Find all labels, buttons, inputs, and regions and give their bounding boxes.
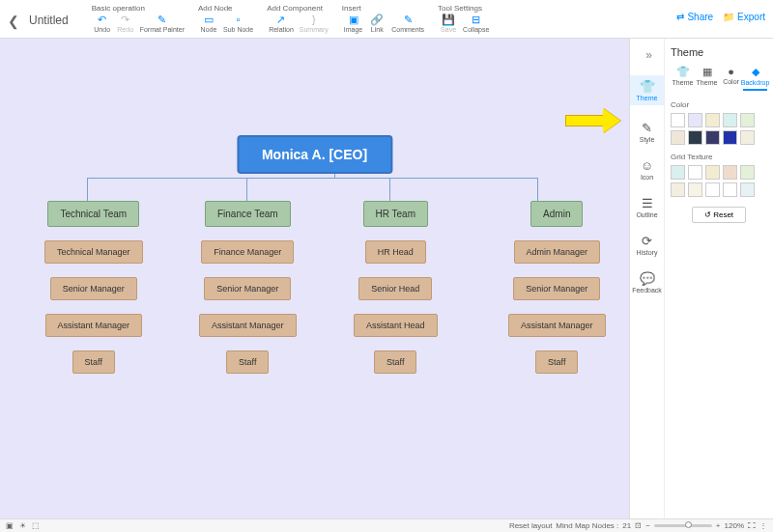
color-swatch[interactable] — [723, 113, 737, 127]
color-swatch[interactable] — [723, 130, 737, 145]
dept-node[interactable]: Admin — [530, 201, 583, 227]
role-node[interactable]: Assistant Manager — [199, 314, 297, 337]
grid-swatch[interactable] — [688, 165, 702, 180]
node-icon: ▭ — [202, 14, 215, 25]
role-node[interactable]: Assistant Manager — [508, 314, 606, 337]
relation-button[interactable]: ↗Relation — [267, 14, 296, 33]
dept-node[interactable]: Finance Team — [205, 201, 291, 227]
grid-swatch[interactable] — [723, 182, 737, 197]
undo-icon: ↶ — [96, 14, 109, 25]
reset-layout-button[interactable]: Reset layout — [509, 521, 552, 530]
zoom-slider[interactable] — [654, 524, 712, 527]
toolbar-group-label: Add Node — [198, 4, 255, 13]
panel-tab-theme[interactable]: 👕Theme — [671, 66, 695, 91]
image-icon: ▣ — [347, 14, 360, 25]
redo-icon: ↷ — [119, 14, 132, 25]
summary-button[interactable]: }Summary — [298, 14, 330, 33]
back-button[interactable]: ❮ — [8, 4, 25, 29]
feedback-icon: 💬 — [640, 271, 655, 286]
grid-swatch[interactable] — [671, 182, 685, 197]
role-node[interactable]: Senior Manager — [513, 277, 600, 300]
zoom-fit-icon[interactable]: ⊡ — [635, 521, 642, 530]
color-swatch[interactable] — [705, 130, 720, 145]
save-button[interactable]: 💾Save — [438, 14, 459, 33]
panel-tab-theme2[interactable]: ▦Theme — [695, 66, 719, 91]
grid-swatch[interactable] — [705, 182, 720, 197]
grid-swatch[interactable] — [740, 165, 755, 180]
toolbar-group-label: Add Component — [267, 4, 330, 13]
mindmap-canvas[interactable]: Monica A. [CEO] Technical TeamTechnical … — [0, 39, 629, 518]
export-button[interactable]: 📁Export — [723, 12, 765, 22]
format-painter-button[interactable]: ✎Format Painter — [138, 14, 186, 33]
node-button[interactable]: ▭Node — [198, 14, 219, 33]
role-node[interactable]: Senior Manager — [204, 277, 291, 300]
color-tab-icon: ● — [728, 66, 734, 77]
grid-swatch[interactable] — [688, 182, 702, 197]
redo-button[interactable]: ↷Redo — [115, 14, 136, 33]
rail-outline[interactable]: ☰Outline — [636, 196, 657, 218]
color-swatch[interactable] — [688, 130, 702, 145]
comments-button[interactable]: ✎Comments — [389, 14, 426, 33]
color-swatch[interactable] — [740, 113, 755, 127]
dept-node[interactable]: HR Team — [363, 201, 429, 227]
color-swatch[interactable] — [740, 130, 755, 145]
nodes-label: Mind Map Nodes : — [556, 521, 618, 530]
color-swatch[interactable] — [671, 113, 685, 127]
dept-column: HR TeamHR HeadSenior HeadAssistant HeadS… — [354, 201, 438, 374]
status-bar: ▣ ☀ ⬚ Reset layout Mind Map Nodes : 21 ⊡… — [0, 518, 773, 532]
rail-history[interactable]: ⟳History — [637, 234, 658, 256]
grid-swatch[interactable] — [671, 165, 685, 180]
status-icon-2[interactable]: ☀ — [19, 521, 26, 530]
dept-column: AdminAdmin ManagerSenior ManagerAssistan… — [508, 201, 606, 374]
document-title[interactable]: Untitled — [25, 4, 86, 27]
grid-swatch[interactable] — [723, 165, 737, 180]
image-button[interactable]: ▣Image — [342, 14, 364, 33]
rail-style[interactable]: ✎Style — [640, 121, 655, 143]
color-swatch[interactable] — [688, 113, 702, 127]
root-node[interactable]: Monica A. [CEO] — [237, 135, 392, 174]
role-node[interactable]: HR Head — [365, 240, 426, 264]
role-node[interactable]: Assistant Manager — [45, 314, 143, 337]
role-node[interactable]: Senior Manager — [50, 277, 137, 300]
reset-button[interactable]: ↺ Reset — [692, 207, 746, 223]
panel-collapse-button[interactable]: » — [645, 48, 652, 62]
rail-theme[interactable]: 👕Theme — [630, 75, 664, 105]
color-swatch[interactable] — [705, 113, 720, 127]
undo-button[interactable]: ↶Undo — [92, 14, 113, 33]
style-icon: ✎ — [642, 121, 652, 135]
summary-icon: } — [307, 14, 321, 25]
sub-node-button[interactable]: ▫Sub Node — [221, 14, 255, 33]
role-node[interactable]: Admin Manager — [514, 240, 601, 264]
grid-swatch[interactable] — [705, 165, 720, 180]
collapse-button[interactable]: ⊟Collapse — [461, 14, 491, 33]
format-painter-icon: ✎ — [156, 14, 169, 25]
panel-tab-color[interactable]: ●Color — [719, 66, 743, 91]
grid-swatch[interactable] — [740, 182, 755, 197]
color-swatch[interactable] — [671, 130, 685, 145]
role-node[interactable]: Technical Manager — [44, 240, 143, 264]
share-icon: ⇄ — [676, 12, 684, 22]
share-button[interactable]: ⇄Share — [676, 12, 713, 22]
role-node[interactable]: Staff — [535, 350, 578, 374]
panel-tab-backdrop[interactable]: ◆Backdrop — [743, 66, 767, 91]
status-icon[interactable]: ▣ — [6, 521, 14, 530]
top-toolbar: ❮ Untitled Basic operation↶Undo↷Redo✎For… — [0, 0, 773, 39]
role-node[interactable]: Senior Head — [358, 277, 432, 300]
link-button[interactable]: 🔗Link — [366, 14, 387, 33]
role-node[interactable]: Staff — [226, 350, 269, 374]
role-node[interactable]: Finance Manager — [201, 240, 294, 264]
role-node[interactable]: Staff — [72, 350, 115, 374]
rail-feedback[interactable]: 💬Feedback — [632, 271, 662, 294]
comments-icon: ✎ — [401, 14, 415, 25]
sub-node-icon: ▫ — [232, 14, 245, 25]
role-node[interactable]: Assistant Head — [354, 314, 438, 337]
panel-title: Theme — [671, 46, 767, 58]
dept-node[interactable]: Technical Team — [47, 201, 139, 227]
role-node[interactable]: Staff — [374, 350, 416, 374]
rail-icon[interactable]: ☺Icon — [641, 158, 653, 181]
more-icon[interactable]: ⋮ — [759, 521, 767, 530]
fullscreen-icon[interactable]: ⛶ — [748, 521, 756, 530]
collapse-icon: ⊟ — [470, 14, 483, 25]
grid-section-label: Grid Texture — [671, 153, 767, 161]
status-icon-3[interactable]: ⬚ — [32, 521, 40, 530]
